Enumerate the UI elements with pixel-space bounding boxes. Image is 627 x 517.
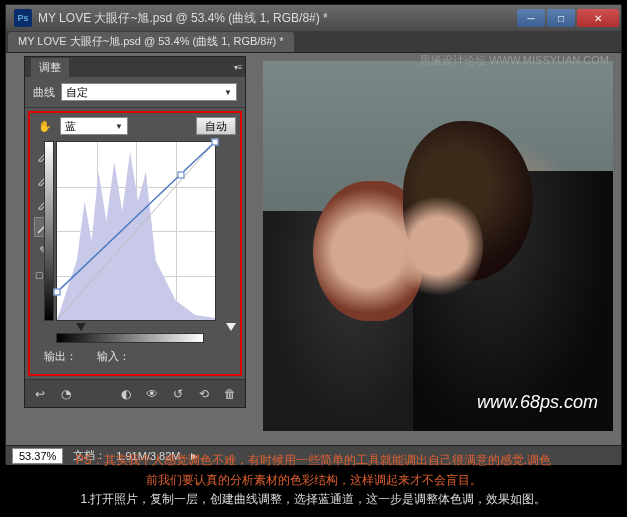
workspace: 思缘设计论坛 WWW.MISSYUAN.COM www.68ps.com 调整 …	[6, 53, 621, 445]
reset-prev-icon[interactable]: ↺	[169, 385, 187, 403]
black-point-slider[interactable]	[76, 323, 86, 331]
canvas-image[interactable]: www.68ps.com	[263, 61, 613, 431]
reset-icon[interactable]: ⟲	[195, 385, 213, 403]
trash-icon[interactable]: 🗑	[221, 385, 239, 403]
app-icon: Ps	[14, 9, 32, 27]
window-title: MY LOVE 大眼仔~旭.psd @ 53.4% (曲线 1, RGB/8#)…	[38, 10, 517, 27]
curve	[57, 142, 215, 320]
preset-label: 曲线	[33, 85, 55, 100]
close-button[interactable]: ✕	[577, 9, 619, 27]
document-tabbar: MY LOVE 大眼仔~旭.psd @ 53.4% (曲线 1, RGB/8#)…	[6, 31, 621, 53]
curve-graph[interactable]	[56, 141, 216, 321]
adjustments-panel: 调整 ▾≡ 曲线 自定 ▼ ✋ 蓝 ▼ 自动	[24, 56, 246, 408]
titlebar: Ps MY LOVE 大眼仔~旭.psd @ 53.4% (曲线 1, RGB/…	[6, 5, 621, 31]
watermark: www.68ps.com	[477, 392, 598, 413]
channel-value: 蓝	[65, 119, 76, 134]
app-window: Ps MY LOVE 大眼仔~旭.psd @ 53.4% (曲线 1, RGB/…	[5, 4, 622, 464]
watermark-top: 思缘设计论坛 WWW.MISSYUAN.COM	[420, 53, 609, 68]
curve-point[interactable]	[212, 139, 219, 146]
channel-dropdown[interactable]: 蓝 ▼	[60, 117, 128, 135]
curve-point[interactable]	[177, 171, 184, 178]
chevron-down-icon: ▼	[224, 88, 232, 97]
tutorial-caption: PS：其实我个人感觉调色不难，有时候用一些简单的工具就能调出自己很满意的感觉.调…	[0, 443, 627, 517]
input-label: 输入：	[97, 349, 130, 364]
return-arrow-icon[interactable]: ↩	[31, 385, 49, 403]
preset-dropdown[interactable]: 自定 ▼	[61, 83, 237, 101]
clip-layer-icon[interactable]: ◐	[117, 385, 135, 403]
panel-menu-icon[interactable]: ▾≡	[231, 63, 245, 72]
curve-point[interactable]	[54, 289, 61, 296]
auto-button[interactable]: 自动	[196, 117, 236, 135]
maximize-button[interactable]: □	[547, 9, 575, 27]
expand-icon[interactable]: ◔	[57, 385, 75, 403]
minimize-button[interactable]: ─	[517, 9, 545, 27]
document-tab[interactable]: MY LOVE 大眼仔~旭.psd @ 53.4% (曲线 1, RGB/8#)…	[8, 32, 294, 52]
output-label: 输出：	[44, 349, 77, 364]
output-gradient	[44, 141, 54, 321]
input-gradient	[56, 333, 204, 343]
panel-footer: ↩ ◔ ◐ 👁 ↺ ⟲ 🗑	[25, 379, 245, 407]
preset-value: 自定	[66, 85, 88, 100]
visibility-icon[interactable]: 👁	[143, 385, 161, 403]
curves-editor: ✋ 蓝 ▼ 自动 ✎ ▢◧	[28, 111, 242, 376]
chevron-down-icon: ▼	[115, 122, 123, 131]
panel-tab-adjustments[interactable]: 调整	[31, 58, 69, 77]
white-point-slider[interactable]	[226, 323, 236, 331]
hand-tool-icon[interactable]: ✋	[34, 117, 56, 135]
